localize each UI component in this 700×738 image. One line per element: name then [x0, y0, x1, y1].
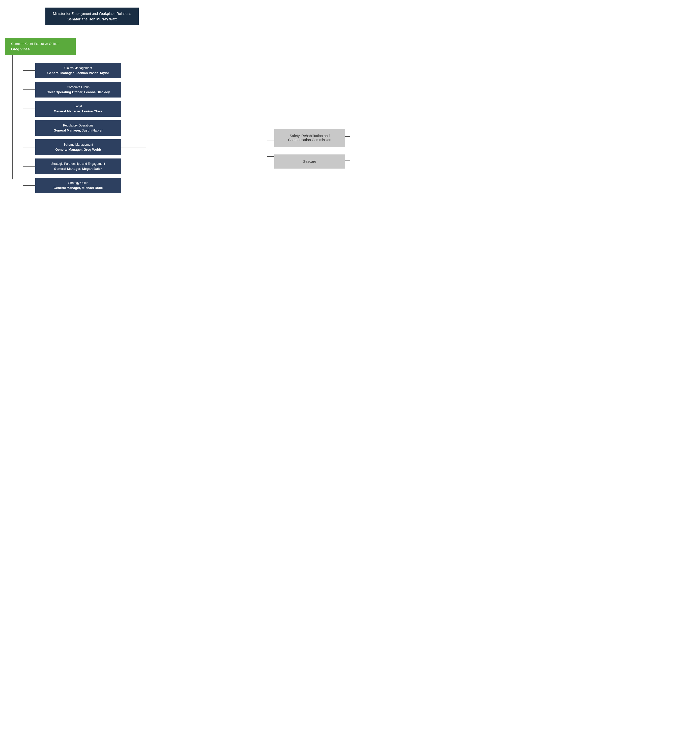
- subordinate-box-2: LegalGeneral Manager, Louise Close: [35, 101, 121, 117]
- sub-name: Chief Operating Officer, Leanne Blackley: [40, 90, 116, 94]
- subordinate-row: Regulatory OperationsGeneral Manager, Ju…: [23, 120, 262, 136]
- subordinate-row: Strategic Partnerships and EngagementGen…: [23, 158, 262, 174]
- sub-name: General Manager, Greg Webb: [40, 148, 116, 151]
- bracket-bottom-horiz: [267, 141, 274, 141]
- sub-name: General Manager, Lachlan Vivian-Taylor: [40, 71, 116, 75]
- subordinates-column: Claims ManagementGeneral Manager, Lachla…: [23, 55, 262, 193]
- subordinate-box-6: Strategy OfficeGeneral Manager, Michael …: [35, 178, 121, 193]
- srcc-box: Safety, Rehabilitation andCompensation C…: [274, 129, 345, 147]
- horiz-connector-line: [23, 89, 35, 90]
- subordinate-row: Claims ManagementGeneral Manager, Lachla…: [23, 63, 262, 78]
- subordinate-row: Scheme ManagementGeneral Manager, Greg W…: [23, 139, 262, 155]
- seacare-label: Seacare: [282, 160, 337, 164]
- horiz-connector-line: [23, 109, 35, 109]
- subordinate-box-0: Claims ManagementGeneral Manager, Lachla…: [35, 63, 121, 78]
- horiz-connector-line: [23, 185, 35, 186]
- sub-name: General Manager, Louise Close: [40, 109, 116, 113]
- subordinate-box-4: Scheme ManagementGeneral Manager, Greg W…: [35, 139, 121, 155]
- sub-title: Claims Management: [40, 66, 116, 70]
- horiz-connector-line: [23, 147, 35, 147]
- org-chart: Minister for Employment and Workplace Re…: [5, 7, 345, 193]
- sub-title: Regulatory Operations: [40, 124, 116, 127]
- horiz-connector-line: [23, 128, 35, 128]
- seacare-box: Seacare: [274, 154, 345, 169]
- left-tree: [5, 55, 13, 193]
- minister-right-line: [139, 18, 305, 18]
- sub-name: General Manager, Justin Napier: [40, 129, 116, 132]
- ceo-box: Comcare Chief Executive Officer Greg Vin…: [5, 38, 76, 55]
- ceo-name: Greg Vines: [11, 47, 70, 51]
- subordinate-box-3: Regulatory OperationsGeneral Manager, Ju…: [35, 120, 121, 136]
- right-boxes: Safety, Rehabilitation andCompensation C…: [274, 129, 345, 169]
- minister-name: Senator, the Hon Murray Watt: [51, 17, 132, 21]
- ceo-title: Comcare Chief Executive Officer: [11, 42, 70, 45]
- sub-title: Scheme Management: [40, 143, 116, 147]
- minister-title: Minister for Employment and Workplace Re…: [51, 12, 132, 16]
- subordinate-row: Corporate GroupChief Operating Officer, …: [23, 82, 262, 97]
- minister-row: Minister for Employment and Workplace Re…: [5, 7, 345, 25]
- subordinate-box-1: Corporate GroupChief Operating Officer, …: [35, 82, 121, 97]
- sub-name: General Manager, Michael Duke: [40, 186, 116, 190]
- right-bracket-container: Safety, Rehabilitation andCompensation C…: [267, 129, 345, 169]
- outer-right-top: [345, 136, 350, 137]
- subordinate-row: LegalGeneral Manager, Louise Close: [23, 101, 262, 117]
- horiz-connector-line: [23, 166, 35, 167]
- sub-name: General Manager, Megan Buick: [40, 167, 116, 170]
- horiz-connector-line: [23, 70, 35, 71]
- sub-title: Legal: [40, 104, 116, 108]
- sub-title: Strategic Partnerships and Engagement: [40, 162, 116, 166]
- minister-to-ceo-line: [92, 25, 92, 38]
- sub-title: Strategy Office: [40, 181, 116, 185]
- ceo-row: Comcare Chief Executive Officer Greg Vin…: [5, 38, 345, 55]
- srcc-label: Safety, Rehabilitation andCompensation C…: [282, 134, 337, 142]
- sub-title: Corporate Group: [40, 85, 116, 89]
- main-content: Claims ManagementGeneral Manager, Lachla…: [5, 55, 345, 193]
- left-vert-line: [12, 55, 13, 179]
- scheme-right-connector: [121, 147, 146, 147]
- subordinate-box-5: Strategic Partnerships and EngagementGen…: [35, 158, 121, 174]
- minister-box: Minister for Employment and Workplace Re…: [46, 7, 139, 25]
- outer-right-bottom: [345, 160, 350, 161]
- bracket-top-horiz: [267, 156, 274, 157]
- subordinate-row: Strategy OfficeGeneral Manager, Michael …: [23, 178, 262, 193]
- right-side-section: Safety, Rehabilitation andCompensation C…: [267, 55, 345, 193]
